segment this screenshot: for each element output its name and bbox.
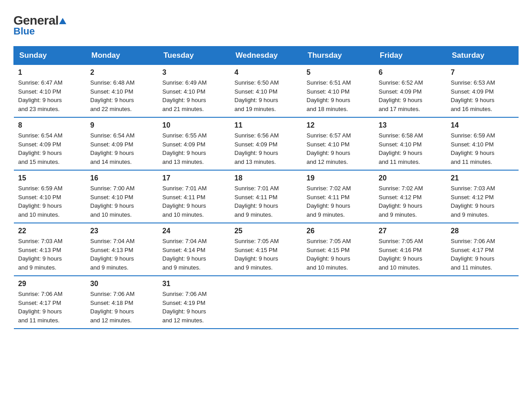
calendar-day-cell: 20 Sunrise: 7:02 AM Sunset: 4:12 PM Dayl… <box>374 170 446 223</box>
day-info: Sunrise: 6:51 AM Sunset: 4:10 PM Dayligh… <box>307 78 370 113</box>
calendar-day-cell: 25 Sunrise: 7:05 AM Sunset: 4:15 PM Dayl… <box>230 223 302 276</box>
calendar-day-cell: 19 Sunrise: 7:02 AM Sunset: 4:11 PM Dayl… <box>302 170 374 223</box>
day-number: 24 <box>163 227 226 235</box>
day-number: 1 <box>18 68 82 77</box>
weekday-header-wednesday: Wednesday <box>230 47 302 65</box>
calendar-day-cell: 13 Sunrise: 6:58 AM Sunset: 4:10 PM Dayl… <box>374 117 446 170</box>
day-number: 26 <box>307 227 370 235</box>
day-number: 20 <box>379 174 442 182</box>
day-number: 5 <box>307 68 370 77</box>
calendar-day-cell <box>230 276 302 329</box>
logo-triangle-icon <box>59 17 67 27</box>
day-number: 7 <box>451 68 514 77</box>
day-info: Sunrise: 7:06 AM Sunset: 4:17 PM Dayligh… <box>18 290 82 325</box>
day-number: 6 <box>379 68 442 77</box>
day-info: Sunrise: 6:52 AM Sunset: 4:09 PM Dayligh… <box>379 78 442 113</box>
calendar-week-row: 1 Sunrise: 6:47 AM Sunset: 4:10 PM Dayli… <box>14 65 519 118</box>
day-info: Sunrise: 6:48 AM Sunset: 4:10 PM Dayligh… <box>90 78 154 113</box>
day-info: Sunrise: 6:50 AM Sunset: 4:10 PM Dayligh… <box>235 78 298 113</box>
calendar-day-cell: 12 Sunrise: 6:57 AM Sunset: 4:10 PM Dayl… <box>302 117 374 170</box>
day-number: 23 <box>90 227 154 235</box>
weekday-header-monday: Monday <box>86 47 158 65</box>
day-info: Sunrise: 7:06 AM Sunset: 4:18 PM Dayligh… <box>90 290 154 325</box>
calendar-day-cell <box>374 276 446 329</box>
day-info: Sunrise: 7:00 AM Sunset: 4:10 PM Dayligh… <box>90 184 154 219</box>
day-info: Sunrise: 7:04 AM Sunset: 4:14 PM Dayligh… <box>163 237 226 272</box>
day-info: Sunrise: 6:55 AM Sunset: 4:09 PM Dayligh… <box>163 131 226 166</box>
page-header: General Blue <box>13 13 519 37</box>
calendar-day-cell: 9 Sunrise: 6:54 AM Sunset: 4:09 PM Dayli… <box>86 117 158 170</box>
calendar-day-cell: 11 Sunrise: 6:56 AM Sunset: 4:09 PM Dayl… <box>230 117 302 170</box>
weekday-header-thursday: Thursday <box>302 47 374 65</box>
day-info: Sunrise: 7:01 AM Sunset: 4:11 PM Dayligh… <box>235 184 298 219</box>
weekday-header-saturday: Saturday <box>446 47 519 65</box>
day-number: 2 <box>90 68 154 77</box>
day-number: 16 <box>90 174 154 182</box>
day-info: Sunrise: 7:03 AM Sunset: 4:13 PM Dayligh… <box>18 237 82 272</box>
calendar-day-cell: 23 Sunrise: 7:04 AM Sunset: 4:13 PM Dayl… <box>86 223 158 276</box>
calendar-day-cell: 29 Sunrise: 7:06 AM Sunset: 4:17 PM Dayl… <box>14 276 86 329</box>
calendar-day-cell: 16 Sunrise: 7:00 AM Sunset: 4:10 PM Dayl… <box>86 170 158 223</box>
weekday-header-sunday: Sunday <box>14 47 86 65</box>
day-number: 21 <box>451 174 514 182</box>
calendar-day-cell: 14 Sunrise: 6:59 AM Sunset: 4:10 PM Dayl… <box>446 117 519 170</box>
day-info: Sunrise: 6:47 AM Sunset: 4:10 PM Dayligh… <box>18 78 82 113</box>
calendar-week-row: 8 Sunrise: 6:54 AM Sunset: 4:09 PM Dayli… <box>14 117 519 170</box>
day-info: Sunrise: 7:06 AM Sunset: 4:17 PM Dayligh… <box>451 237 514 272</box>
day-number: 19 <box>307 174 370 182</box>
day-number: 13 <box>379 121 442 129</box>
weekday-header-tuesday: Tuesday <box>158 47 230 65</box>
day-number: 15 <box>18 174 82 182</box>
day-info: Sunrise: 6:56 AM Sunset: 4:09 PM Dayligh… <box>235 131 298 166</box>
logo: General Blue <box>13 13 67 37</box>
calendar-day-cell: 26 Sunrise: 7:05 AM Sunset: 4:15 PM Dayl… <box>302 223 374 276</box>
day-number: 3 <box>163 68 226 77</box>
calendar-day-cell: 5 Sunrise: 6:51 AM Sunset: 4:10 PM Dayli… <box>302 65 374 118</box>
day-number: 29 <box>18 280 82 288</box>
calendar-day-cell: 1 Sunrise: 6:47 AM Sunset: 4:10 PM Dayli… <box>14 65 86 118</box>
calendar-day-cell <box>302 276 374 329</box>
day-info: Sunrise: 6:54 AM Sunset: 4:09 PM Dayligh… <box>90 131 154 166</box>
day-info: Sunrise: 6:59 AM Sunset: 4:10 PM Dayligh… <box>451 131 514 166</box>
day-number: 9 <box>90 121 154 129</box>
day-number: 27 <box>379 227 442 235</box>
day-number: 17 <box>163 174 226 182</box>
calendar-day-cell <box>446 276 519 329</box>
calendar-day-cell: 31 Sunrise: 7:06 AM Sunset: 4:19 PM Dayl… <box>158 276 230 329</box>
day-number: 10 <box>163 121 226 129</box>
calendar-day-cell: 6 Sunrise: 6:52 AM Sunset: 4:09 PM Dayli… <box>374 65 446 118</box>
day-info: Sunrise: 7:05 AM Sunset: 4:15 PM Dayligh… <box>235 237 298 272</box>
day-number: 25 <box>235 227 298 235</box>
weekday-header-friday: Friday <box>374 47 446 65</box>
calendar-day-cell: 2 Sunrise: 6:48 AM Sunset: 4:10 PM Dayli… <box>86 65 158 118</box>
day-number: 12 <box>307 121 370 129</box>
calendar-day-cell: 30 Sunrise: 7:06 AM Sunset: 4:18 PM Dayl… <box>86 276 158 329</box>
day-number: 18 <box>235 174 298 182</box>
day-info: Sunrise: 6:53 AM Sunset: 4:09 PM Dayligh… <box>451 78 514 113</box>
calendar-week-row: 15 Sunrise: 6:59 AM Sunset: 4:10 PM Dayl… <box>14 170 519 223</box>
calendar-day-cell: 3 Sunrise: 6:49 AM Sunset: 4:10 PM Dayli… <box>158 65 230 118</box>
calendar-day-cell: 15 Sunrise: 6:59 AM Sunset: 4:10 PM Dayl… <box>14 170 86 223</box>
day-info: Sunrise: 7:02 AM Sunset: 4:12 PM Dayligh… <box>379 184 442 219</box>
day-number: 30 <box>90 280 154 288</box>
calendar-day-cell: 28 Sunrise: 7:06 AM Sunset: 4:17 PM Dayl… <box>446 223 519 276</box>
day-info: Sunrise: 7:05 AM Sunset: 4:15 PM Dayligh… <box>307 237 370 272</box>
day-info: Sunrise: 7:02 AM Sunset: 4:11 PM Dayligh… <box>307 184 370 219</box>
calendar-day-cell: 22 Sunrise: 7:03 AM Sunset: 4:13 PM Dayl… <box>14 223 86 276</box>
day-number: 4 <box>235 68 298 77</box>
logo-blue-text: Blue <box>13 26 35 37</box>
day-info: Sunrise: 6:57 AM Sunset: 4:10 PM Dayligh… <box>307 131 370 166</box>
day-number: 22 <box>18 227 82 235</box>
calendar-day-cell: 8 Sunrise: 6:54 AM Sunset: 4:09 PM Dayli… <box>14 117 86 170</box>
day-info: Sunrise: 7:06 AM Sunset: 4:19 PM Dayligh… <box>163 290 226 325</box>
calendar-week-row: 22 Sunrise: 7:03 AM Sunset: 4:13 PM Dayl… <box>14 223 519 276</box>
day-info: Sunrise: 7:05 AM Sunset: 4:16 PM Dayligh… <box>379 237 442 272</box>
day-info: Sunrise: 6:59 AM Sunset: 4:10 PM Dayligh… <box>18 184 82 219</box>
calendar-day-cell: 24 Sunrise: 7:04 AM Sunset: 4:14 PM Dayl… <box>158 223 230 276</box>
calendar-day-cell: 17 Sunrise: 7:01 AM Sunset: 4:11 PM Dayl… <box>158 170 230 223</box>
calendar-day-cell: 27 Sunrise: 7:05 AM Sunset: 4:16 PM Dayl… <box>374 223 446 276</box>
day-info: Sunrise: 7:01 AM Sunset: 4:11 PM Dayligh… <box>163 184 226 219</box>
calendar-day-cell: 21 Sunrise: 7:03 AM Sunset: 4:12 PM Dayl… <box>446 170 519 223</box>
day-number: 8 <box>18 121 82 129</box>
calendar-table: SundayMondayTuesdayWednesdayThursdayFrid… <box>13 46 519 329</box>
